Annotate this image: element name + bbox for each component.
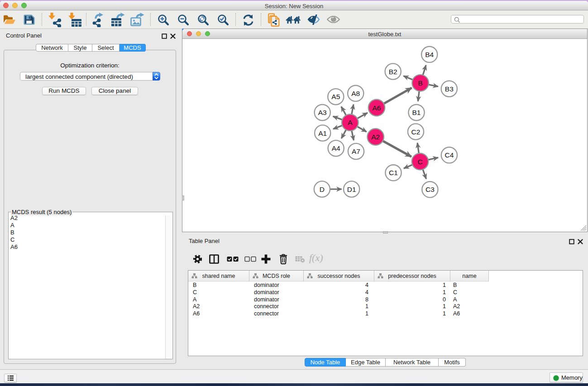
svg-text:A2: A2 [371, 133, 380, 141]
svg-text:B3: B3 [445, 85, 454, 93]
svg-text:C4: C4 [445, 151, 454, 159]
svg-text:C2: C2 [411, 128, 421, 136]
svg-text:B4: B4 [425, 51, 434, 58]
svg-text:A3: A3 [318, 109, 327, 116]
svg-text:A8: A8 [351, 90, 360, 97]
svg-text:C1: C1 [389, 169, 398, 176]
svg-text:A5: A5 [331, 93, 340, 100]
svg-text:B: B [418, 79, 422, 87]
svg-text:C: C [417, 158, 422, 166]
svg-text:A: A [348, 119, 353, 126]
svg-text:D: D [320, 186, 325, 193]
svg-text:C3: C3 [425, 186, 435, 193]
svg-text:B2: B2 [389, 68, 397, 76]
svg-text:B1: B1 [412, 109, 421, 116]
svg-text:A7: A7 [352, 148, 360, 155]
svg-text:A1: A1 [318, 129, 327, 137]
svg-text:D1: D1 [347, 186, 356, 193]
svg-text:A6: A6 [373, 104, 381, 112]
svg-text:A4: A4 [332, 144, 340, 152]
